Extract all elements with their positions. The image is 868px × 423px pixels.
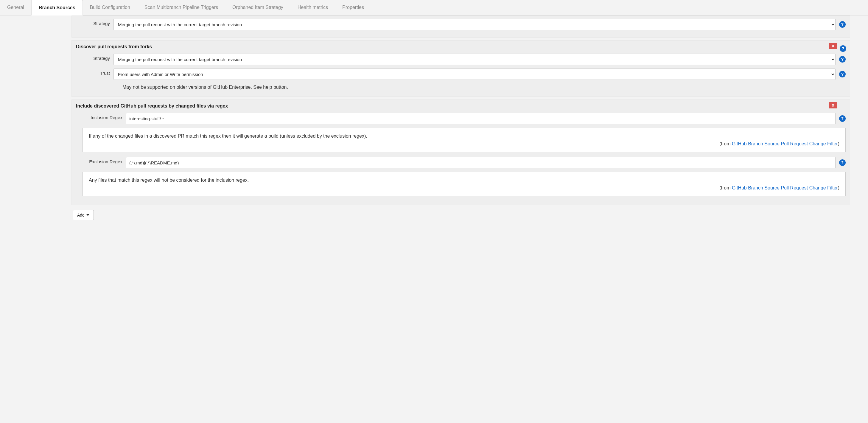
tab-health[interactable]: Health metrics <box>290 0 335 15</box>
delete-button[interactable]: X <box>829 43 837 49</box>
help-icon[interactable]: ? <box>839 159 846 166</box>
exclusion-regex-label: Exclusion Regex <box>87 157 122 164</box>
inclusion-desc-text: If any of the changed files in a discove… <box>89 133 839 139</box>
tab-orphaned[interactable]: Orphaned Item Strategy <box>225 0 290 15</box>
trust-select[interactable]: From users with Admin or Write permissio… <box>114 68 836 80</box>
tab-scan-triggers[interactable]: Scan Multibranch Pipeline Triggers <box>137 0 225 15</box>
chevron-down-icon <box>86 214 89 216</box>
help-icon[interactable]: ? <box>839 56 846 63</box>
trust-label: Trust <box>87 68 110 75</box>
add-button-wrap: Add <box>71 208 850 220</box>
trust-hint: May not be supported on older versions o… <box>72 82 850 91</box>
tabs-bar: General Branch Sources Build Configurati… <box>0 0 868 16</box>
inclusion-desc-box: If any of the changed files in a discove… <box>83 128 846 152</box>
content-area: Strategy Merging the pull request with t… <box>71 16 850 220</box>
section-include-pr-regex: X Include discovered GitHub pull request… <box>71 99 850 205</box>
strategy-select-origin[interactable]: Merging the pull request with the curren… <box>114 19 836 30</box>
tab-properties[interactable]: Properties <box>335 0 371 15</box>
exclusion-from: (from GitHub Branch Source Pull Request … <box>89 185 839 191</box>
exclusion-regex-input[interactable] <box>126 157 836 168</box>
exclusion-desc-box: Any files that match this regex will not… <box>83 172 846 196</box>
strategy-label: Strategy <box>87 54 110 61</box>
exclusion-desc-text: Any files that match this regex will not… <box>89 178 839 183</box>
help-icon[interactable]: ? <box>839 21 846 28</box>
tab-branch-sources[interactable]: Branch Sources <box>31 0 83 16</box>
delete-button[interactable]: X <box>829 102 837 109</box>
add-button-label: Add <box>77 213 85 217</box>
help-icon[interactable]: ? <box>839 115 846 122</box>
section-title: Include discovered GitHub pull requests … <box>72 100 850 111</box>
section-title: Discover pull requests from forks <box>72 40 850 52</box>
tab-general[interactable]: General <box>0 0 31 15</box>
plugin-link[interactable]: GitHub Branch Source Pull Request Change… <box>732 141 838 146</box>
page-root: General Branch Sources Build Configurati… <box>0 0 868 220</box>
add-button[interactable]: Add <box>73 210 94 220</box>
tab-build-config[interactable]: Build Configuration <box>83 0 137 15</box>
inclusion-regex-label: Inclusion Regex <box>87 113 122 120</box>
strategy-select-forks[interactable]: Merging the pull request with the curren… <box>114 54 836 65</box>
section-discover-pr-origin: Strategy Merging the pull request with t… <box>71 16 850 37</box>
inclusion-from: (from GitHub Branch Source Pull Request … <box>89 141 839 147</box>
plugin-link[interactable]: GitHub Branch Source Pull Request Change… <box>732 185 838 190</box>
strategy-label: Strategy <box>87 19 110 26</box>
help-icon[interactable]: ? <box>839 71 846 78</box>
section-discover-pr-forks: X ? Discover pull requests from forks St… <box>71 40 850 97</box>
inclusion-regex-input[interactable] <box>126 113 836 124</box>
help-icon[interactable]: ? <box>840 45 846 52</box>
